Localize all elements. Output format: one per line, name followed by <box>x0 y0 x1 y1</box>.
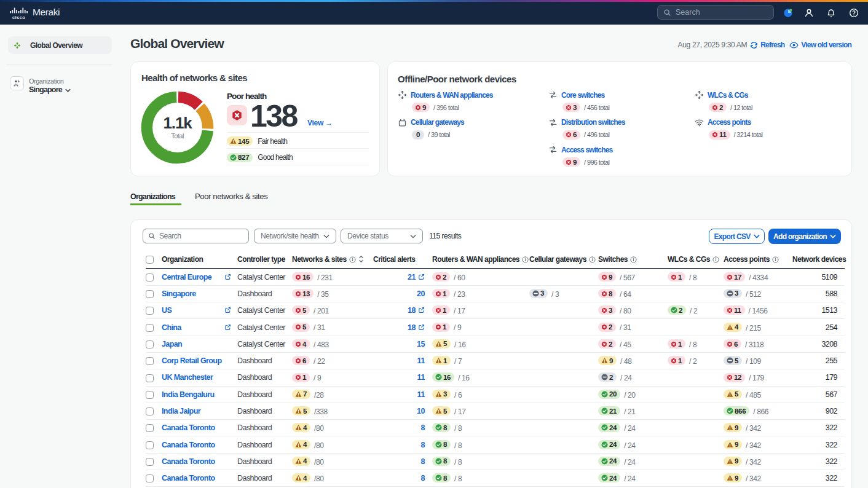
svg-text:cisco: cisco <box>12 15 25 20</box>
